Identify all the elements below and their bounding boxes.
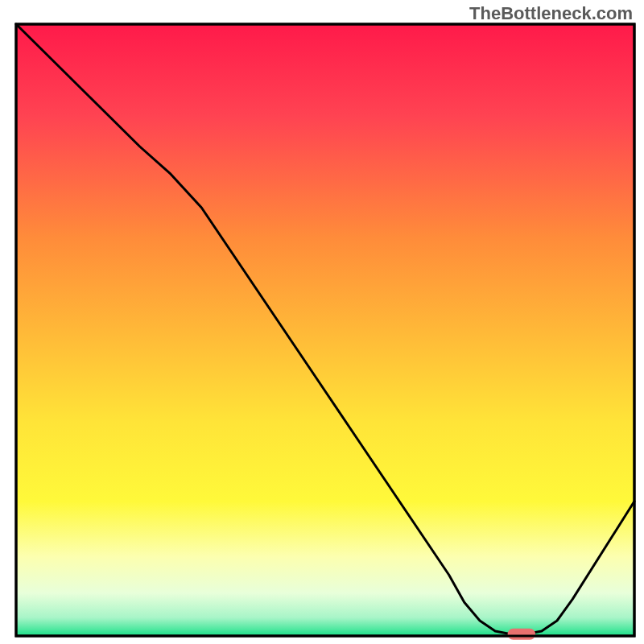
chart-container: TheBottleneck.com xyxy=(0,0,644,644)
watermark-text: TheBottleneck.com xyxy=(469,3,633,24)
optimal-marker xyxy=(508,629,536,640)
bottleneck-chart xyxy=(0,0,644,644)
